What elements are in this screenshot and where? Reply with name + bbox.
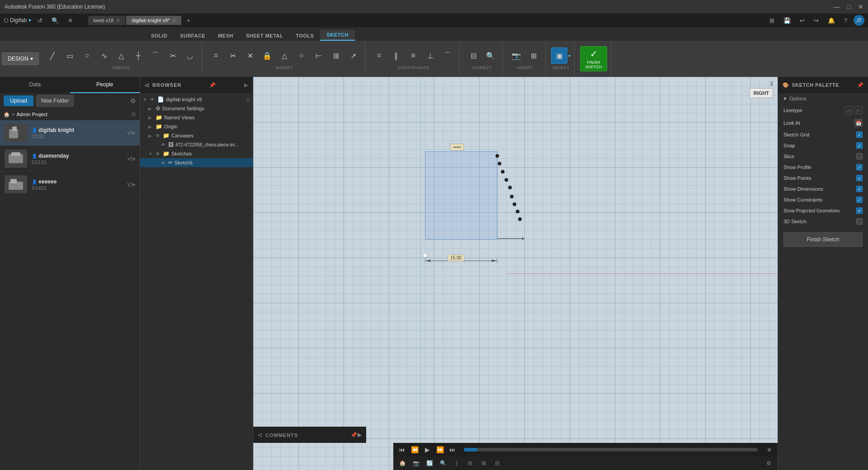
tool-line[interactable]: ╱ — [44, 47, 61, 64]
notifications-btn[interactable]: 🔔 — [825, 16, 838, 25]
close-doc-btn[interactable]: ✕ — [65, 16, 75, 25]
ribbon-tab-sheet[interactable]: SHEET METAL — [240, 31, 289, 41]
cube-navigator[interactable]: Z RIGHT — [741, 81, 773, 113]
finish-sketch-ribbon-btn[interactable]: ✓ FINISH SKETCH — [580, 46, 607, 71]
item-version-2[interactable]: V1▾ — [127, 156, 135, 161]
tool-modify-7[interactable]: ⊢ — [311, 47, 327, 64]
tab-people[interactable]: People — [70, 77, 140, 93]
showconstraints-checkbox[interactable]: ✓ — [856, 197, 863, 203]
tool-modify-9[interactable]: ↗ — [345, 47, 361, 64]
home-icon[interactable]: 🏠 — [4, 112, 10, 118]
tree-item-canvases[interactable]: ▶ 👁 📁 Canvases — [140, 131, 253, 140]
tab-keeb-close[interactable]: ✕ — [116, 18, 120, 23]
tool-con-1[interactable]: ⌗ — [371, 47, 387, 64]
playback-next-btn[interactable]: ⏩ — [435, 445, 445, 455]
item-version-1[interactable]: V9▾ — [127, 131, 135, 136]
grid-display-btn[interactable]: ⊞ — [478, 458, 489, 469]
ribbon-tab-surface[interactable]: SURFACE — [174, 31, 212, 41]
playback-start-btn[interactable]: ⏮ — [397, 445, 407, 455]
collapse-comments-btn[interactable]: ◁ — [258, 432, 262, 438]
redo-btn[interactable]: ↪ — [811, 16, 821, 25]
viewport[interactable]: ━━━ — [253, 77, 778, 470]
list-item[interactable]: 👤 eeeeee 5/14/21 V1▾ — [0, 172, 140, 197]
tab-keeb[interactable]: keeb v18 ✕ — [88, 16, 126, 25]
upload-btn[interactable]: Upload — [4, 95, 33, 106]
tree-vis-canvases[interactable]: 👁 — [156, 133, 160, 138]
new-tab-btn[interactable]: + — [184, 16, 193, 25]
panel-settings-btn[interactable]: ⚙ — [763, 458, 774, 469]
project-settings-btn[interactable]: ⚙ — [131, 111, 136, 118]
tool-modify-3[interactable]: ✕ — [242, 47, 258, 64]
snap-checkbox[interactable]: ✓ — [856, 142, 863, 149]
tool-insert-2[interactable]: ⊞ — [525, 47, 542, 64]
tree-item-origin[interactable]: ▶ 📁 Origin — [140, 122, 253, 131]
tab-data[interactable]: Data — [0, 77, 70, 93]
tool-con-3[interactable]: ≡ — [405, 47, 421, 64]
camera-btn[interactable]: 📷 — [410, 458, 421, 469]
tool-inspect-1[interactable]: ⊟ — [465, 47, 481, 64]
slice-checkbox[interactable] — [856, 153, 863, 160]
project-name[interactable]: Admin Project — [16, 112, 47, 117]
tree-vis-root[interactable]: 👁 — [150, 97, 155, 102]
showpoints-checkbox[interactable]: ✓ — [856, 175, 863, 181]
tree-vis-sketch6[interactable]: 👁 — [161, 160, 165, 165]
showdimensions-checkbox[interactable]: ✓ — [856, 186, 863, 192]
orbit-btn[interactable]: 🔄 — [424, 458, 435, 469]
list-item[interactable]: 👤 duemonday 5/21/21 V1▾ — [0, 146, 140, 172]
tree-item-canvas-img[interactable]: 👁 🖼 472-4722058_chess-piece-kn... — [140, 140, 253, 149]
tab-digifab[interactable]: digifab knight v9* ✕ — [126, 16, 181, 25]
linetype-prev-btn[interactable]: ◁ — [844, 106, 853, 114]
3dsketch-checkbox[interactable] — [856, 218, 863, 225]
tree-item-namedviews[interactable]: ▶ 📁 Named Views — [140, 113, 253, 122]
ribbon-tab-tools[interactable]: TOOLS — [289, 31, 320, 41]
ribbon-tab-solid[interactable]: SOLID — [145, 31, 174, 41]
tool-con-4[interactable]: ⊥ — [422, 47, 439, 64]
tool-modify-8[interactable]: ⊞ — [328, 47, 344, 64]
design-dropdown-btn[interactable]: DESIGN ▾ — [2, 52, 39, 65]
display-settings-btn[interactable]: ⊟ — [465, 458, 476, 469]
tool-rect[interactable]: ▭ — [61, 47, 78, 64]
palette-pin-btn[interactable]: 📌 — [857, 82, 864, 88]
maximize-btn[interactable]: □ — [847, 3, 851, 10]
tool-modify-2[interactable]: ✂ — [225, 47, 241, 64]
browser-pin-btn[interactable]: 📌 — [209, 82, 216, 88]
tool-circle[interactable]: ○ — [79, 47, 95, 64]
tree-item-root[interactable]: ▼ 👁 📄 digifab knight v9 ⚙ — [140, 95, 253, 104]
tree-item-sketch6[interactable]: 👁 ✏ Sketch6 — [140, 158, 253, 167]
undo-btn[interactable]: ↩ — [797, 16, 807, 25]
tool-triangle[interactable]: △ — [113, 47, 129, 64]
tab-digifab-close[interactable]: ✕ — [172, 18, 176, 23]
playback-end-btn[interactable]: ⏭ — [448, 445, 458, 455]
save-btn[interactable]: 💾 — [781, 16, 793, 25]
menu-btn[interactable]: ↺ — [35, 16, 45, 25]
finish-sketch-btn[interactable]: Finish Sketch — [783, 232, 863, 247]
timeline[interactable] — [464, 448, 758, 451]
tree-item-sketches[interactable]: ▼ 👁 📁 Sketches — [140, 149, 253, 158]
sketchgrid-checkbox[interactable]: ✓ — [856, 132, 863, 138]
item-version-3[interactable]: V1▾ — [127, 182, 135, 187]
tree-vis-sketches[interactable]: 👁 — [156, 151, 160, 156]
linetype-next-btn[interactable]: ▷ — [854, 106, 863, 114]
comments-expand-btn[interactable]: 📌 — [351, 432, 358, 438]
zoom-btn[interactable]: 🔍 — [438, 458, 448, 469]
close-btn[interactable]: ✕ — [858, 3, 863, 10]
minimize-btn[interactable]: — — [834, 3, 840, 10]
tool-modify-5[interactable]: △ — [276, 47, 292, 64]
options-section-header[interactable]: ▼ Options — [778, 93, 868, 104]
tool-spline[interactable]: ∿ — [96, 47, 112, 64]
collapse-browser-btn[interactable]: ◁ — [145, 82, 149, 88]
tool-cross[interactable]: ┼ — [130, 47, 146, 64]
ribbon-tab-mesh[interactable]: MESH — [212, 31, 240, 41]
tool-inspect-2[interactable]: 🔍 — [482, 47, 499, 64]
tool-trim[interactable]: ✂ — [165, 47, 181, 64]
tool-modify-1[interactable]: ⌗ — [208, 47, 224, 64]
viewport-settings-btn[interactable]: ⊟ — [492, 458, 503, 469]
playback-play-btn[interactable]: ▶ — [422, 445, 432, 455]
cube-right-face[interactable]: RIGHT — [750, 88, 773, 98]
timeline-settings-btn[interactable]: ⚙ — [764, 445, 774, 455]
account-btn[interactable]: JT — [854, 15, 864, 26]
tool-con-2[interactable]: ∥ — [388, 47, 404, 64]
comments-toggle-btn[interactable]: ▶ — [358, 432, 362, 438]
settings-gear-btn[interactable]: ⚙ — [130, 97, 136, 104]
tool-curve[interactable]: ⌒ — [147, 47, 164, 64]
